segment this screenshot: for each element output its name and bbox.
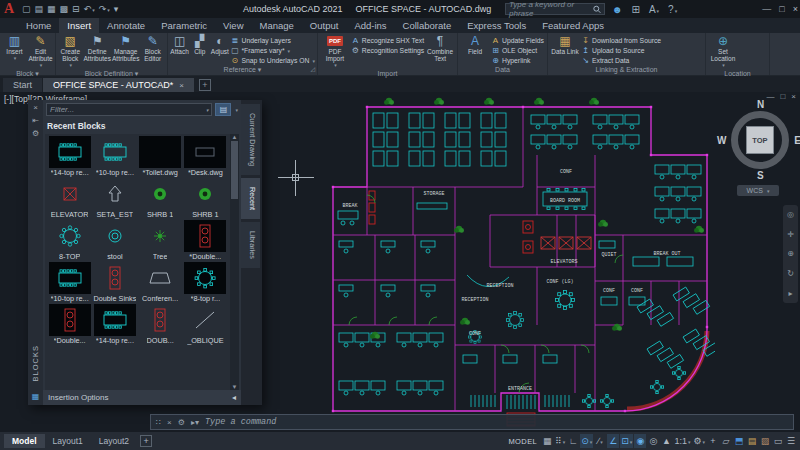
button-pdf-import[interactable]: PDFPDF Import▾ — [320, 34, 350, 69]
tab-add-ins[interactable]: Add-ins — [346, 18, 394, 33]
search-box[interactable]: Type a keyword or phrase — [505, 3, 605, 15]
full-navigation-wheel-icon[interactable]: ◎ — [787, 210, 794, 219]
file-tab-start[interactable]: Start — [3, 78, 42, 92]
tab-insert[interactable]: Insert — [59, 18, 99, 33]
panel-label-block-definition[interactable]: Block Definition ▾ — [56, 69, 167, 79]
quick-properties-icon[interactable]: ▱ — [720, 434, 732, 448]
palette-tab-libraries[interactable]: Libraries — [241, 222, 260, 268]
block-item-desk-dwg[interactable]: *Desk.dwg — [183, 136, 228, 177]
block-item-stool[interactable]: stool — [92, 220, 137, 261]
block-item-double[interactable]: *Double... — [183, 220, 228, 261]
tab-parametric[interactable]: Parametric — [153, 18, 215, 33]
object-snap-icon[interactable]: ⊡▾ — [620, 434, 633, 448]
command-line-close-icon[interactable]: × — [167, 418, 172, 427]
autocad-logo-icon[interactable]: A — [0, 1, 18, 17]
button-create-block[interactable]: ▧Create Block▾ — [58, 34, 83, 69]
insertion-options-bar[interactable]: Insertion Options◂ — [43, 390, 241, 405]
button-ole-object[interactable]: ⊞OLE Object — [491, 46, 544, 55]
new-drawing-tab-button[interactable]: + — [199, 79, 211, 91]
drawing-close-button[interactable]: × — [791, 92, 796, 101]
palette-scrollbar[interactable]: ▲ ▼ — [230, 134, 239, 390]
scroll-down-icon[interactable]: ▼ — [232, 384, 238, 390]
tab-output[interactable]: Output — [302, 18, 347, 33]
button-manage-attributes[interactable]: ⚑Manage Attributes — [112, 34, 139, 62]
block-item-shrb-1[interactable]: SHRB 1 — [183, 178, 228, 219]
tab-manage[interactable]: Manage — [252, 18, 302, 33]
palette-close-icon[interactable]: × — [33, 103, 38, 112]
snap-mode-icon[interactable]: ⠿▾ — [554, 434, 566, 448]
redo-icon[interactable]: ↷▾ — [99, 1, 110, 18]
tab-express-tools[interactable]: Express Tools — [459, 18, 534, 33]
tab-home[interactable]: Home — [18, 18, 59, 33]
block-item-elevator[interactable]: ELEVATOR — [47, 178, 92, 219]
close-button[interactable]: × — [793, 4, 798, 14]
button-data-link[interactable]: ▦Data Link — [550, 34, 580, 55]
annotation-monitor-icon[interactable]: + — [707, 434, 719, 448]
file-tab-active[interactable]: OFFICE SPACE - AUTOCAD* × — [43, 78, 194, 92]
save-as-icon[interactable]: ▩ — [60, 1, 69, 17]
clean-screen-icon[interactable]: ▭ — [772, 434, 784, 448]
search-icon[interactable] — [593, 5, 601, 14]
isodraft-icon[interactable]: ∕▾ — [594, 434, 606, 448]
insertion-options-expand-icon[interactable]: ◂ — [232, 393, 236, 402]
panel-label-import[interactable]: Import — [318, 69, 457, 79]
drawing-area[interactable]: [-][Top][2D Wireframe] — □ × — [0, 92, 800, 432]
grid-mode-icon[interactable]: ▦ — [541, 434, 553, 448]
button-download-from-source[interactable]: ↧Download from Source — [581, 36, 661, 45]
block-item-toilet-dwg[interactable]: *Toilet.dwg — [138, 136, 183, 177]
block-item-double-sinks[interactable]: Double Sinks — [92, 262, 137, 303]
minimize-button[interactable]: — — [762, 4, 771, 14]
button-block-editor[interactable]: ✎Block Editor — [140, 34, 165, 62]
tray-connect-icon[interactable]: ⬒ — [733, 434, 745, 448]
block-library-button[interactable]: ▤ — [215, 103, 231, 116]
block-item-oblique[interactable]: _OBLIQUE — [183, 304, 228, 345]
model-indicator[interactable]: MODEL — [508, 437, 537, 446]
wcs-selector[interactable]: WCS▾ — [737, 185, 779, 196]
block-item-10-top-re[interactable]: *10-top re... — [92, 136, 137, 177]
block-item-seta-est[interactable]: SETA_EST — [92, 178, 137, 219]
app-manager-icon[interactable]: A▾ — [649, 4, 659, 15]
button-underlay-layers[interactable]: ≣Underlay Layers — [230, 36, 315, 45]
layout-tab-model[interactable]: Model — [4, 434, 45, 448]
palette-autohide-icon[interactable]: ⇤ — [32, 116, 39, 125]
tray-open-icon[interactable]: ▤ — [746, 434, 758, 448]
block-library-dropdown-icon[interactable]: ▾ — [235, 107, 238, 113]
palette-properties-icon[interactable]: ⚙ — [32, 129, 39, 138]
filter-input[interactable]: Filter...▾ — [46, 103, 212, 116]
tray-graphics-icon[interactable]: ▨ — [759, 434, 771, 448]
ortho-mode-icon[interactable]: ∟ — [567, 434, 579, 448]
polar-tracking-icon[interactable]: ⊙▾ — [580, 434, 593, 448]
plot-icon[interactable]: ⊟ — [72, 1, 80, 17]
restore-button[interactable]: □ — [779, 4, 784, 14]
button-define-attributes[interactable]: ⚑Define Attributes — [84, 34, 111, 62]
block-item-8-top-r[interactable]: *8-top r... — [183, 262, 228, 303]
scrollbar-thumb[interactable] — [231, 141, 238, 199]
command-line[interactable]: ∷ × ⚙ ▸▾ Type a command — [150, 414, 794, 430]
block-item-double[interactable]: *Double... — [47, 304, 92, 345]
button-upload-to-source[interactable]: ↥Upload to Source — [581, 46, 661, 55]
app-store-cart-icon[interactable]: ⊞ — [632, 4, 640, 15]
view-cube-west[interactable]: W — [717, 135, 726, 146]
button-field[interactable]: AField — [460, 34, 490, 55]
autoscale-icon[interactable]: ◎ — [647, 434, 659, 448]
tab-view[interactable]: View — [215, 18, 251, 33]
new-layout-button[interactable]: + — [140, 435, 152, 447]
blocks-palette[interactable]: × ⇤ ⚙ BLOCKS ▦ Filter...▾ ▤ ▾ Recent Blo… — [28, 100, 262, 405]
panel-label-block[interactable]: Block ▾ — [0, 69, 55, 79]
command-line-grip[interactable]: ∷ — [156, 418, 161, 427]
orbit-icon[interactable]: ↻ — [787, 269, 794, 278]
button-frames-vary[interactable]: ▢*Frames vary*▾ — [230, 46, 315, 55]
block-item-8-top[interactable]: 8-TOP — [47, 220, 92, 261]
zoom-extents-icon[interactable]: ⊕ — [787, 249, 794, 258]
palette-tab-recent[interactable]: Recent — [241, 178, 260, 219]
button-hyperlink[interactable]: ⊕Hyperlink — [491, 56, 544, 65]
customization-icon[interactable]: ☰ — [785, 434, 797, 448]
panel-label-location[interactable]: Location — [706, 69, 769, 79]
button-adjust[interactable]: ◐Adjust — [210, 34, 229, 55]
tab-featured-apps[interactable]: Featured Apps — [534, 18, 612, 33]
button-set-location[interactable]: ⊕Set Location▾ — [708, 34, 738, 69]
tab-collaborate[interactable]: Collaborate — [395, 18, 460, 33]
view-cube-east[interactable]: E — [794, 135, 800, 146]
command-input[interactable]: Type a command — [205, 417, 276, 427]
panel-label-data[interactable]: Data — [458, 65, 547, 75]
